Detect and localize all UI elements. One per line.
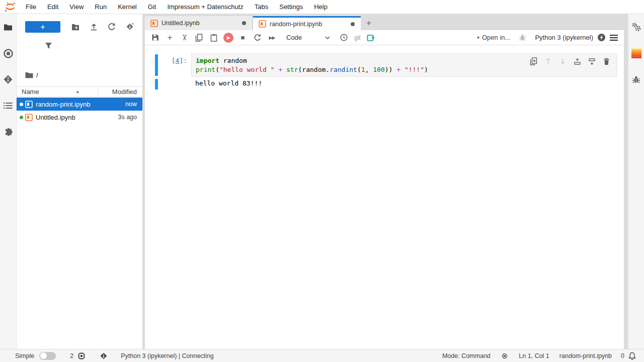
file-list-header: Name ▲ Modified [17,86,142,97]
delete-cell-icon[interactable] [599,56,614,67]
git-sidebar-icon[interactable] [0,66,17,93]
simple-mode-label: Simple [15,352,34,359]
file-modified: now [125,101,142,108]
tab-bar: Untitled.ipynb random-print.ipynb + [142,14,628,30]
close-dirty-icon[interactable] [351,22,355,26]
history-clock-icon[interactable] [337,31,351,44]
kernel-name-button[interactable]: Python 3 (ipykernel) [535,34,593,41]
notebook-file-icon [150,20,158,27]
toolbar-overflow-menu-icon[interactable] [610,35,618,41]
menu-help[interactable]: Help [308,0,333,14]
git-toolbar-label[interactable]: git [354,34,361,41]
notebook-toolbar: + ✂ ▶ ■ ▶▶ Code [145,30,624,45]
breadcrumb[interactable]: / [25,71,38,79]
git-status-icon[interactable] [100,352,108,360]
file-name: Untitled.ipynb [36,114,118,121]
chevron-down-icon [325,36,330,39]
run-cell-icon[interactable]: ▶ [221,31,235,44]
insert-cell-icon[interactable]: + [163,31,177,44]
notebook-trust-icon: ⊗ [502,351,508,360]
new-launcher-button[interactable]: + [25,21,60,33]
menu-impressum[interactable]: Impressum + Datenschutz [162,0,249,14]
git-clone-icon[interactable] [121,21,139,33]
breadcrumb-root[interactable]: / [36,71,38,79]
kernel-status-dot [20,116,23,119]
new-tab-button[interactable]: + [362,16,375,30]
extension-manager-icon[interactable] [0,119,17,145]
notebook-content[interactable]: [4]: import randomprint("hello world " +… [145,45,624,349]
restart-run-all-icon[interactable]: ▶▶ [265,31,279,44]
menu-view[interactable]: View [64,0,89,14]
tab-random-print[interactable]: random-print.ipynb [253,16,361,30]
git-plus-icon[interactable] [364,31,378,44]
kernel-chip-icon [77,352,86,360]
main-dock-panel: Untitled.ipynb random-print.ipynb + + ✂ [142,14,628,349]
cursor-position-indicator[interactable]: Ln 1, Col 1 [519,352,549,359]
right-activity-bar [628,14,644,349]
new-folder-icon[interactable] [66,21,85,33]
menu-edit[interactable]: Edit [42,0,64,14]
simple-mode-toggle[interactable] [39,352,56,360]
home-folder-icon[interactable] [25,72,33,78]
menu-git[interactable]: Git [142,0,162,14]
menu-settings[interactable]: Settings [274,0,308,14]
save-icon[interactable] [148,31,163,44]
table-of-contents-icon[interactable] [0,93,17,119]
menu-file[interactable]: File [20,0,42,14]
file-row-random-print[interactable]: random-print.ipynb now [17,98,142,111]
move-cell-up-icon[interactable]: ↑ [541,56,555,67]
status-bar: Simple 2 Python 3 (ipykernel) | Connecti… [0,349,644,362]
cell-type-dropdown[interactable]: Code [286,34,332,41]
cell-output: hello world 83!!! [195,79,262,87]
menu-tabs[interactable]: Tabs [249,0,274,14]
move-cell-down-icon[interactable]: ↓ [555,56,570,67]
file-name: random-print.ipynb [36,101,125,108]
kernel-status-text[interactable]: Python 3 (ipykernel) | Connecting [121,352,214,359]
menu-kernel[interactable]: Kernel [112,0,142,14]
output-collapser[interactable] [155,79,158,89]
insert-cell-above-icon[interactable] [570,56,585,67]
app-logo-icon [4,2,16,13]
upload-icon[interactable] [85,21,103,33]
debugger-sidebar-bug-icon[interactable] [628,66,644,93]
running-kernels-indicator[interactable]: 2 [70,352,86,360]
running-sessions-icon[interactable] [0,40,17,66]
duplicate-cell-icon[interactable] [526,56,541,67]
kernel-status-dot [20,103,23,106]
left-activity-bar [0,14,17,349]
notebook-file-icon [259,20,266,28]
cell-action-toolbar: ↑ ↓ [526,56,614,67]
input-collapser[interactable] [155,54,158,76]
file-browser-icon[interactable] [0,14,17,40]
property-inspector-gears-icon[interactable] [628,14,644,40]
restart-kernel-icon[interactable] [250,31,265,44]
notebook-file-icon [25,114,33,121]
kernel-offline-bolt-icon [597,33,606,42]
colormap-swatch-icon[interactable] [628,40,644,66]
sort-ascending-icon: ▲ [75,89,80,94]
active-file-name: random-print.ipynb [559,352,612,359]
close-dirty-icon[interactable] [242,21,246,25]
notebook-file-icon [25,101,33,108]
file-row-untitled[interactable]: Untitled.ipynb 3s ago [17,111,142,124]
filter-files-icon[interactable] [45,42,53,50]
copy-cells-icon[interactable] [192,31,206,44]
column-name[interactable]: Name ▲ [22,88,98,96]
refresh-icon[interactable] [103,21,121,33]
insert-cell-below-icon[interactable] [585,56,599,67]
menu-run[interactable]: Run [89,0,112,14]
file-browser-toolbar: + [17,20,142,33]
caret-down-icon: ▾ [477,35,479,40]
paste-cells-icon[interactable] [206,31,221,44]
bell-icon [628,352,636,360]
open-in-dropdown[interactable]: ▾ Open in... [477,34,510,41]
tab-untitled[interactable]: Untitled.ipynb [145,16,253,30]
debugger-bug-icon[interactable] [515,31,530,44]
interrupt-kernel-icon[interactable]: ■ [235,31,250,44]
tab-label: random-print.ipynb [270,21,351,28]
command-mode-indicator[interactable]: Mode: Command [442,352,491,359]
column-modified[interactable]: Modified [98,88,142,96]
notifications-indicator[interactable]: 0 [621,352,636,360]
execution-count: [4]: [161,57,187,64]
cut-cells-icon[interactable]: ✂ [178,30,191,45]
